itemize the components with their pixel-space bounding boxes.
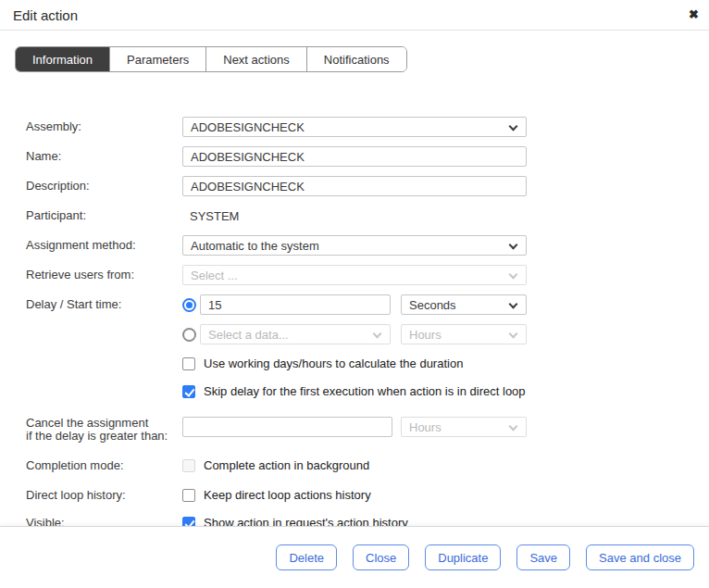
dialog-title: Edit action <box>13 7 78 23</box>
name-label: Name: <box>26 150 182 163</box>
cancel-assignment-input[interactable] <box>182 417 392 437</box>
dialog-footer: Delete Close Duplicate Save Save and clo… <box>0 526 709 588</box>
delay-unit-select[interactable]: Seconds <box>401 294 527 315</box>
delay-data-placeholder: Select a data... <box>208 328 289 342</box>
tab-bar: Information Parameters Next actions Noti… <box>15 46 407 72</box>
working-days-checkbox-label: Use working days/hours to calculate the … <box>204 357 463 371</box>
chevron-down-icon <box>509 241 518 250</box>
description-label: Description: <box>26 180 182 193</box>
dialog-header: Edit action ✖ <box>0 0 709 31</box>
tab-information[interactable]: Information <box>16 47 109 71</box>
name-row: Name: <box>26 146 709 167</box>
delay-value-input[interactable] <box>200 294 391 315</box>
assignment-method-select-value: Automatic to the system <box>191 239 319 253</box>
tab-next-actions[interactable]: Next actions <box>205 47 306 71</box>
assignment-method-label: Assignment method: <box>26 239 182 252</box>
visible-row: Visible: Show action in request's action… <box>26 513 709 526</box>
retrieve-users-label: Retrieve users from: <box>26 269 182 281</box>
working-days-row: Use working days/hours to calculate the … <box>26 354 709 374</box>
delay-data-unit-value: Hours <box>409 328 442 342</box>
skip-delay-checkbox-label: Skip delay for the first execution when … <box>204 384 526 399</box>
retrieve-users-select: Select ... <box>182 265 527 285</box>
completion-mode-checkbox <box>182 459 195 472</box>
completion-mode-checkbox-label: Complete action in background <box>204 458 369 473</box>
cancel-assignment-unit-select: Hours <box>401 417 527 437</box>
chevron-down-icon <box>509 300 518 309</box>
completion-mode-row: Completion mode: Complete action in back… <box>26 456 709 476</box>
assembly-label: Assembly: <box>26 120 182 133</box>
delay-label: Delay / Start time: <box>26 298 182 311</box>
visible-checkbox-label: Show action in request's action history <box>204 516 408 526</box>
cancel-assignment-label-line1: Cancel the assignment <box>26 416 148 430</box>
delay-data-radio[interactable] <box>182 328 196 342</box>
cancel-assignment-row: Cancel the assignment if the delay is gr… <box>26 417 709 443</box>
skip-delay-row: Skip delay for the first execution when … <box>26 382 709 402</box>
chevron-down-icon <box>509 122 518 131</box>
assembly-row: Assembly: ADOBESIGNCHECK <box>26 117 709 137</box>
delay-fixed-row: Delay / Start time: Seconds <box>26 294 709 315</box>
delay-data-unit-select: Hours <box>401 324 527 344</box>
skip-delay-checkbox[interactable] <box>182 385 195 398</box>
assembly-select-value: ADOBESIGNCHECK <box>191 120 305 134</box>
delete-button[interactable]: Delete <box>276 544 337 570</box>
cancel-assignment-unit-value: Hours <box>409 420 442 434</box>
cancel-assignment-label: Cancel the assignment if the delay is gr… <box>26 417 182 443</box>
save-and-close-button[interactable]: Save and close <box>586 544 694 570</box>
name-input[interactable] <box>182 146 527 167</box>
dialog-body: Information Parameters Next actions Noti… <box>0 31 709 526</box>
participant-label: Participant: <box>26 209 182 222</box>
information-form: Assembly: ADOBESIGNCHECK Name: Descripti… <box>26 117 709 526</box>
visible-label: Visible: <box>26 517 182 526</box>
assembly-select[interactable]: ADOBESIGNCHECK <box>182 117 527 137</box>
cancel-assignment-label-line2: if the delay is greater than: <box>26 429 168 443</box>
description-input[interactable] <box>182 176 527 196</box>
delay-unit-value: Seconds <box>409 298 456 312</box>
direct-loop-checkbox-label: Keep direct loop actions history <box>204 488 371 503</box>
direct-loop-row: Direct loop history: Keep direct loop ac… <box>26 485 709 506</box>
close-button[interactable]: Close <box>353 544 409 570</box>
participant-value: SYSTEM <box>190 209 239 223</box>
assignment-method-select[interactable]: Automatic to the system <box>182 235 527 256</box>
save-button[interactable]: Save <box>516 544 570 570</box>
working-days-checkbox[interactable] <box>182 357 195 370</box>
chevron-down-icon <box>373 330 382 339</box>
duplicate-button[interactable]: Duplicate <box>425 544 501 570</box>
tab-parameters[interactable]: Parameters <box>109 47 205 71</box>
visible-checkbox[interactable] <box>182 517 195 526</box>
chevron-down-icon <box>509 270 518 280</box>
retrieve-users-row: Retrieve users from: Select ... <box>26 265 709 285</box>
assignment-method-row: Assignment method: Automatic to the syst… <box>26 235 709 256</box>
tab-notifications[interactable]: Notifications <box>306 47 406 71</box>
delay-data-select: Select a data... <box>200 324 391 344</box>
close-icon[interactable]: ✖ <box>689 6 699 23</box>
completion-mode-label: Completion mode: <box>26 459 182 472</box>
chevron-down-icon <box>509 330 518 339</box>
direct-loop-label: Direct loop history: <box>26 489 182 502</box>
participant-row: Participant: SYSTEM <box>26 206 709 226</box>
delay-data-row: Select a data... Hours <box>26 324 709 344</box>
direct-loop-checkbox[interactable] <box>182 489 195 502</box>
chevron-down-icon <box>509 422 518 432</box>
retrieve-users-placeholder: Select ... <box>191 269 238 282</box>
description-row: Description: <box>26 176 709 196</box>
delay-fixed-radio[interactable] <box>182 298 196 312</box>
